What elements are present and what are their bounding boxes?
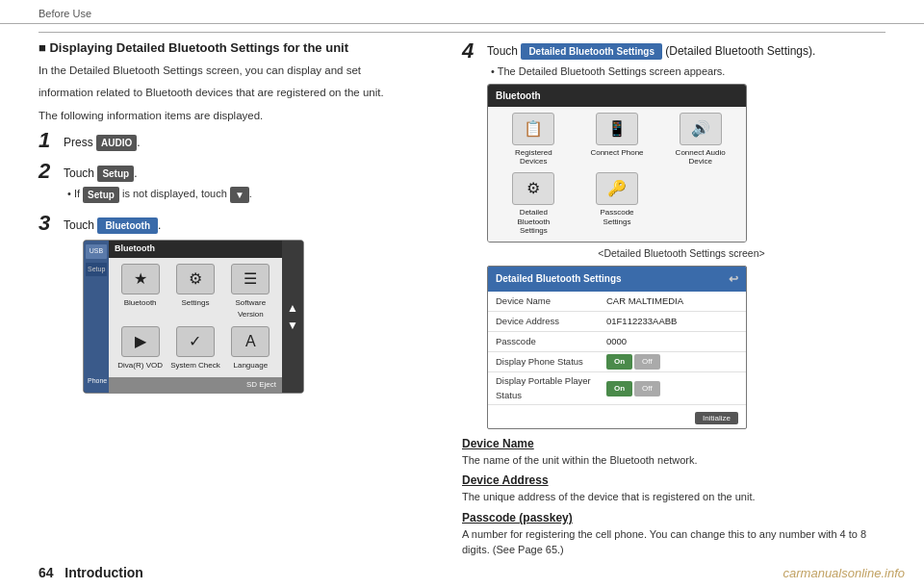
bt-icon-lang: A Language [224,326,277,371]
display-phone-label: Display Phone Status [488,352,599,372]
info-device-address: Device Address The unique address of the… [462,473,876,505]
setup-tab: Setup [86,263,107,277]
arrow-badge: ▼ [230,187,249,203]
device-name-body: The name of the unit within the Bluetoot… [462,452,876,469]
sd-eject-bar: SD Eject [109,377,282,393]
setup-badge: Setup [97,166,134,182]
bt-icon-bluetooth: ★ Bluetooth [114,264,167,320]
bt-settings-screen: Bluetooth 📋 Registered Devices 📱 Connect… [487,84,747,243]
audio-badge: AUDIO [96,135,137,151]
header-text: Before Use [38,8,91,19]
detailed-bt-label: Detailed Bluetooth Settings [504,208,562,236]
step4-text: Touch [487,44,518,58]
page-number: 64 [38,565,54,580]
bt-icon-sw: ☰ Software Version [224,264,277,320]
screen-title: Bluetooth [109,241,282,258]
reg-devices-icon-box: 📋 [512,113,554,145]
initialize-button[interactable]: Initialize [695,412,738,424]
check-icon: ✓ [176,326,215,357]
dvd-icon: ▶ [121,326,160,357]
detail-header-title: Detailed Bluetooth Settings [496,271,622,286]
toggle-on: On [606,354,632,370]
left-column: Displaying Detailed Bluetooth Settings f… [38,40,443,564]
empty-icon [672,172,730,236]
page-footer: 64 Introduction [38,565,143,580]
step2-sub-suffix: is not displayed, touch [122,188,227,199]
software-icon: ☰ [231,264,270,294]
table-row: Passcode 0000 [488,332,746,352]
detailed-bt-icon: ⚙ Detailed Bluetooth Settings [504,172,562,236]
connect-audio-label: Connect Audio Device [672,148,730,166]
device-name-value: CAR MALTIMEDIA [599,292,746,312]
back-arrow-icon: ↩ [729,270,738,288]
passcode-body: A number for registering the cell phone.… [462,526,876,558]
step1-number: 1 [38,130,58,151]
reg-devices-label: Registered Devices [504,148,562,166]
step4-number: 4 [462,40,481,62]
table-row: Display Phone Status On Off [488,352,746,372]
detail-table: Device Name CAR MALTIMEDIA Device Addres… [488,292,746,405]
footer-section: Introduction [64,565,143,580]
right-column: 4 Touch Detailed Bluetooth Settings (Det… [462,40,876,564]
step2-content: Touch Setup. If Setup is not displayed, … [64,161,443,203]
step1-content: Press AUDIO. [64,130,443,151]
reg-devices-icon: 📋 Registered Devices [504,113,562,166]
info-sections: Device Name The name of the unit within … [462,437,876,558]
usb-tab: USB [86,244,107,259]
bt-icons-row: ★ Bluetooth ⚙ Settings ☰ Software Versio… [109,258,282,326]
connect-audio-icon-box: 🔊 [680,113,722,145]
step2-sub-text: If [74,188,80,199]
phone-tab: Phone [86,374,107,393]
info-passcode: Passcode (passkey) A number for register… [462,511,876,558]
display-phone-toggle: On Off [599,352,746,372]
step3-content: Touch Bluetooth. USB Setup Phone Bl [64,213,443,394]
screen-main: Bluetooth ★ Bluetooth ⚙ Settings [109,241,282,393]
section-title: Displaying Detailed Bluetooth Settings f… [38,40,443,55]
toggle-off: Off [634,354,660,370]
connect-phone-label: Connect Phone [590,148,643,158]
sd-eject-label: SD Eject [246,380,276,389]
bt-settings-icons: 📋 Registered Devices 📱 Connect Phone 🔊 C… [488,107,746,172]
divider [38,32,886,33]
left-tabs: USB Setup Phone [84,241,109,393]
toggle-on: On [606,381,632,396]
bt-icon-check: ✓ System Check [168,326,221,371]
intro-text1: In the Detailed Bluetooth Settings scree… [38,63,443,79]
passcode-icon-box: 🔑 [596,172,638,205]
step3-text: Touch [64,218,94,232]
bluetooth-screen: USB Setup Phone Bluetooth ★ Blue [83,240,304,394]
display-player-label: Display Portable Player Status [488,372,599,405]
step1-text: Press [64,136,93,149]
page-header: Before Use [0,0,924,24]
connect-audio-icon: 🔊 Connect Audio Device [672,113,730,166]
bluetooth-badge: Bluetooth [97,217,158,234]
device-name-title: Device Name [462,437,876,450]
passcode-value: 0000 [599,332,746,352]
lang-icon: A [231,326,270,357]
intro-text3: The following information items are disp… [38,108,443,124]
detailed-bt-icon-box: ⚙ [512,172,554,205]
device-name-label: Device Name [488,292,599,312]
bluetooth-icon-label: Bluetooth [124,297,157,309]
settings-icon: ⚙ [176,264,215,294]
display-player-toggle: On Off [599,372,746,405]
step2-end: . [249,188,252,199]
empty-icon-box [680,172,722,205]
step2-text: Touch [64,166,94,180]
device-address-title: Device Address [462,473,876,487]
info-device-name: Device Name The name of the unit within … [462,437,876,469]
bt-settings-header: Bluetooth [488,85,746,107]
lang-icon-label: Language [234,360,269,371]
step4-sub-text: The Detailed Bluetooth Settings screen a… [498,65,726,77]
step4-sub: The Detailed Bluetooth Settings screen a… [487,64,876,80]
passcode-icon: 🔑 Passcode Settings [588,172,646,236]
software-icon-label: Software Version [224,297,277,320]
dvd-icon-label: Diva(R) VOD [117,360,163,371]
step4-suffix: (Detailed Bluetooth Settings). [665,44,815,58]
detailed-bt-badge: Detailed Bluetooth Settings [521,43,662,60]
check-icon-label: System Check [170,360,220,371]
step2-sub: If Setup is not displayed, touch ▼. [64,186,443,203]
bt-icon-settings: ⚙ Settings [168,264,221,320]
initialize-row: Initialize [488,405,746,428]
bt-settings-icons2: ⚙ Detailed Bluetooth Settings 🔑 Passcode… [488,172,746,242]
